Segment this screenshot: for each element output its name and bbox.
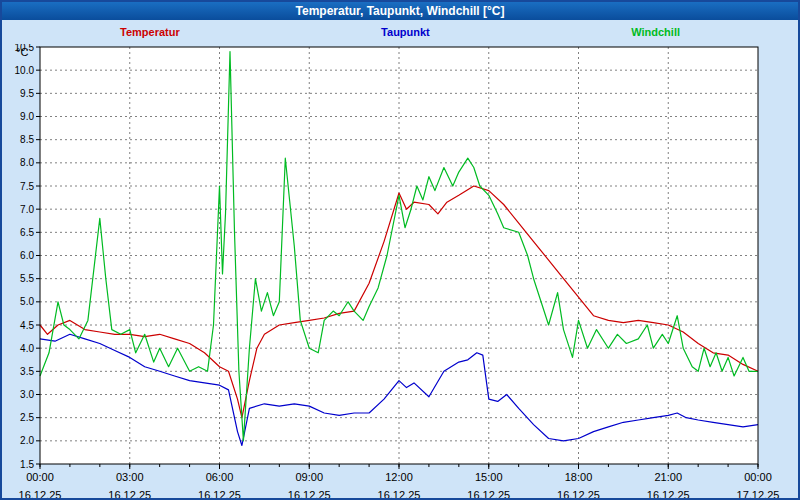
svg-text:4.5: 4.5 xyxy=(20,320,34,331)
svg-text:9.0: 9.0 xyxy=(20,111,34,122)
legend-item-taupunkt: Taupunkt xyxy=(381,26,430,38)
svg-text:16.12.25: 16.12.25 xyxy=(19,489,62,500)
svg-text:3.0: 3.0 xyxy=(20,389,34,400)
svg-text:4.0: 4.0 xyxy=(20,343,34,354)
svg-text:15:00: 15:00 xyxy=(475,471,503,483)
svg-text:10.0: 10.0 xyxy=(15,65,35,76)
svg-text:16.12.25: 16.12.25 xyxy=(198,489,241,500)
chart-legend: Temperatur Taupunkt Windchill xyxy=(2,20,798,44)
svg-text:2.5: 2.5 xyxy=(20,412,34,423)
svg-text:8.0: 8.0 xyxy=(20,157,34,168)
svg-text:16.12.25: 16.12.25 xyxy=(108,489,151,500)
svg-text:7.5: 7.5 xyxy=(20,181,34,192)
svg-text:16.12.25: 16.12.25 xyxy=(647,489,690,500)
svg-text:21:00: 21:00 xyxy=(654,471,682,483)
svg-text:16.12.25: 16.12.25 xyxy=(557,489,600,500)
svg-text:16.12.25: 16.12.25 xyxy=(378,489,421,500)
legend-item-windchill: Windchill xyxy=(631,26,680,38)
svg-text:6.0: 6.0 xyxy=(20,250,34,261)
svg-text:00:00: 00:00 xyxy=(744,471,772,483)
svg-text:7.0: 7.0 xyxy=(20,204,34,215)
svg-text:6.5: 6.5 xyxy=(20,227,34,238)
svg-text:06:00: 06:00 xyxy=(206,471,234,483)
svg-text:3.5: 3.5 xyxy=(20,366,34,377)
svg-text:00:00: 00:00 xyxy=(26,471,54,483)
svg-text:1.5: 1.5 xyxy=(20,459,34,470)
svg-text:8.5: 8.5 xyxy=(20,134,34,145)
svg-text:09:00: 09:00 xyxy=(295,471,323,483)
chart-canvas: 1.52.02.53.03.54.04.55.05.56.06.57.07.58… xyxy=(2,44,800,500)
window-title: Temperatur, Taupunkt, Windchill [°C] xyxy=(2,2,798,20)
svg-text:2.0: 2.0 xyxy=(20,435,34,446)
svg-text:18:00: 18:00 xyxy=(565,471,593,483)
svg-text:03:00: 03:00 xyxy=(116,471,144,483)
svg-text:16.12.25: 16.12.25 xyxy=(288,489,331,500)
legend-item-temperatur: Temperatur xyxy=(120,26,180,38)
svg-text:9.5: 9.5 xyxy=(20,88,34,99)
svg-text:5.5: 5.5 xyxy=(20,273,34,284)
svg-text:12:00: 12:00 xyxy=(385,471,413,483)
svg-text:5.0: 5.0 xyxy=(20,296,34,307)
svg-text:°C: °C xyxy=(16,46,28,58)
svg-text:17.12.25: 17.12.25 xyxy=(737,489,780,500)
svg-text:16.12.25: 16.12.25 xyxy=(467,489,510,500)
chart-window: Temperatur, Taupunkt, Windchill [°C] Tem… xyxy=(0,0,800,500)
